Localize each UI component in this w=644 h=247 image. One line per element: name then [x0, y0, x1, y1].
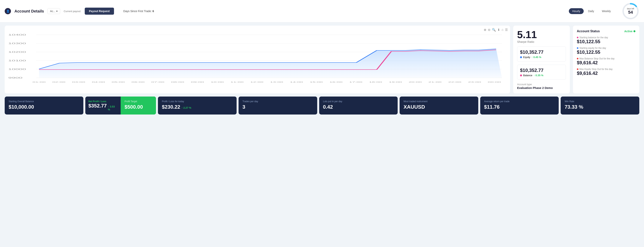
stat-label-5: Most traded instrument: [404, 100, 474, 103]
chart-wrapper: 10400 10300 10200 10100 10000 9900: [7, 33, 508, 88]
time-tabs: Hourly Daily Weekly: [569, 8, 614, 14]
status-item-1: Starting equity for the day $10,122.55: [577, 47, 636, 55]
active-dot: [634, 30, 636, 32]
tab-hourly[interactable]: Hourly: [569, 8, 584, 14]
equity-label: Equity: [523, 56, 530, 59]
net-profit-change: ↑ 3.53 %: [108, 105, 116, 111]
stat-value-3: 3: [242, 104, 313, 110]
red-dot-2: [577, 58, 578, 59]
home-icon[interactable]: ⌂: [502, 28, 504, 32]
svg-text:06:00: 06:00: [132, 81, 145, 83]
header-bar: 👤 Account Details Ac... ▾ Current payout…: [0, 0, 644, 23]
chart-toolbar: ⊕ ⊖ 🔍 ⬇ ⌂ ☰: [7, 28, 508, 32]
svg-text:20:00: 20:00: [408, 81, 422, 83]
account-status-title: Account Status: [577, 30, 600, 33]
status-value-0: $10,122.55: [577, 39, 636, 44]
pink-dot-0: [577, 37, 578, 38]
svg-text:23:00: 23:00: [468, 81, 481, 83]
svg-text:10200: 10200: [8, 51, 26, 53]
svg-text:10:00: 10:00: [211, 81, 224, 83]
tab-daily[interactable]: Daily: [584, 8, 598, 14]
sharpe-panel: 5.11 Sharpe Ratio $10,352.77 Equity ↑ 0.…: [513, 26, 570, 93]
svg-text:9900: 9900: [8, 77, 22, 79]
stat-label-0: Starting Overall Balance: [8, 100, 80, 103]
svg-text:10100: 10100: [8, 59, 26, 62]
balance-change: ↑ 0.35 %: [534, 74, 544, 77]
svg-text:07:00: 07:00: [151, 81, 164, 83]
zoom-out-icon[interactable]: ⊖: [488, 28, 490, 32]
stat-label-2: Profit / Loss for today: [162, 100, 233, 103]
equity-metric-box: $10,352.77 Equity ↑ 0.45 %: [517, 47, 566, 62]
svg-text:13:00: 13:00: [270, 81, 283, 83]
stat-value-2: $230.22: [162, 104, 180, 110]
stat-card-profit-today: Profit / Loss for today $230.22 ↑ 2.27 %: [158, 97, 236, 115]
status-item-0: Starting balance for the day $10,122.55: [577, 36, 636, 44]
svg-text:10300: 10300: [8, 42, 26, 45]
svg-text:05:00: 05:00: [112, 81, 125, 83]
days-left-circle: days left 54: [622, 2, 639, 20]
stat-value-5: XAUUSD: [404, 104, 474, 110]
stat-card-lots: Lots put in per day 0.42: [319, 97, 398, 115]
equity-change: ↑ 0.45 %: [531, 56, 541, 59]
svg-text:19:00: 19:00: [389, 81, 402, 83]
zoom-in-icon[interactable]: ⊕: [484, 28, 486, 32]
svg-text:16:00: 16:00: [330, 81, 342, 83]
red-dot-3: [577, 68, 578, 70]
download-icon[interactable]: ⬇: [498, 28, 500, 32]
profit-target-value: $500.00: [124, 104, 152, 110]
account-type-label: Account type: [517, 83, 566, 86]
stat-card-trades: Trades per day 3: [238, 97, 317, 115]
svg-text:22:00: 22:00: [448, 81, 461, 83]
days-since-label: Days Since First Trade: 6: [123, 10, 154, 13]
net-profit-value: $352.77: [88, 103, 107, 109]
status-item-3: Max Equity Stop Out for the day $9,616.4…: [577, 68, 636, 76]
svg-text:17:00: 17:00: [349, 81, 362, 83]
svg-text:02:00: 02:00: [52, 81, 66, 83]
status-value-1: $10,122.55: [577, 50, 636, 55]
stat-card-instrument: Most traded instrument XAUUSD: [400, 97, 478, 115]
main-content: ⊕ ⊖ 🔍 ⬇ ⌂ ☰ 10400 10300 10200 10100 1: [0, 23, 644, 97]
stat-card-starting-balance: Starting Overall Balance $10,000.00: [5, 97, 83, 115]
svg-text:04:00: 04:00: [92, 81, 105, 83]
stat-card-avg-return: Average return per trade $11.76: [480, 97, 559, 115]
net-profit-label: Net Profit / Loss: [88, 100, 116, 103]
profit-target-label: Profit Target: [124, 100, 152, 103]
svg-text:14:00: 14:00: [290, 81, 303, 83]
balance-amount: $10,352.77: [520, 68, 563, 73]
balance-dot: [520, 75, 522, 76]
tab-weekly[interactable]: Weekly: [598, 8, 614, 14]
svg-text:11:00: 11:00: [230, 81, 244, 83]
equity-dot: [520, 56, 522, 58]
account-dropdown[interactable]: Ac... ▾: [48, 8, 60, 14]
svg-text:09:00: 09:00: [191, 81, 204, 83]
stat-value-0: $10,000.00: [8, 104, 80, 110]
account-type-value: Evaluation Phase 2 Demo: [517, 86, 566, 90]
stat-label-7: Win Rate: [564, 100, 636, 103]
equity-amount: $10,352.77: [520, 50, 563, 55]
chevron-down-icon: ▾: [56, 10, 58, 13]
account-icon: 👤: [5, 8, 11, 14]
stat-label-6: Average return per trade: [484, 100, 555, 103]
svg-text:10000: 10000: [8, 68, 26, 70]
stat-label-3: Trades per day: [242, 100, 313, 103]
status-value-2: $9,616.42: [577, 60, 636, 66]
sharpe-value: 5.11: [517, 30, 566, 40]
svg-text:10400: 10400: [8, 34, 26, 36]
current-payout-label: Current payout:: [64, 10, 81, 13]
stat-label-4: Lots put in per day: [323, 100, 394, 103]
blue-dot-1: [577, 47, 578, 49]
price-chart: 10400 10300 10200 10100 10000 9900: [7, 33, 508, 88]
menu-icon[interactable]: ☰: [505, 28, 508, 32]
profit-target-card: Profit Target $500.00: [121, 97, 156, 115]
account-status-badge: Active: [624, 30, 636, 33]
active-label: Active: [624, 30, 632, 33]
payout-request-button[interactable]: Payout Request: [85, 8, 114, 15]
stat-value-7: 73.33 %: [564, 104, 636, 110]
svg-text:18:00: 18:00: [369, 81, 382, 83]
stat-value-4: 0.42: [323, 104, 394, 110]
svg-text:00:00: 00:00: [488, 81, 501, 83]
search-icon[interactable]: 🔍: [492, 28, 496, 32]
stat-card-net-profit: Net Profit / Loss $352.77 ↑ 3.53 % Profi…: [85, 97, 156, 115]
svg-text:15:00: 15:00: [310, 81, 323, 83]
days-left-label: days left: [627, 8, 634, 10]
